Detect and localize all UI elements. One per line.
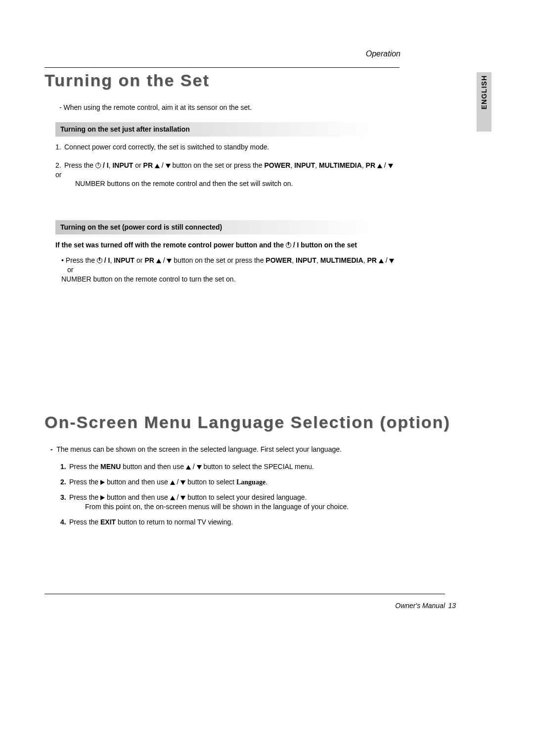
up-icon — [379, 259, 384, 263]
down-icon — [167, 259, 172, 263]
power-icon — [286, 242, 291, 248]
step-2-cont: NUMBER buttons on the remote control and… — [75, 179, 400, 189]
up-icon — [170, 496, 175, 500]
up-icon — [377, 164, 382, 168]
down-icon — [388, 164, 393, 168]
page-number: 13 — [448, 602, 456, 610]
up-icon — [170, 480, 175, 485]
intro-note: - When using the remote control, aim it … — [59, 103, 400, 112]
down-icon — [180, 480, 185, 485]
down-icon — [389, 259, 394, 263]
step-2: 2.Press the / I, INPUT or PR / button on… — [55, 161, 400, 189]
page-header: Operation — [44, 49, 400, 58]
footer-label: Owner's Manual — [395, 602, 445, 610]
subheading-after-install: Turning on the set just after installati… — [55, 122, 372, 137]
lang-step-4: 4.Press the EXIT button to return to nor… — [60, 518, 400, 527]
power-icon — [97, 258, 102, 263]
right-icon — [100, 495, 105, 500]
subheading-power-connected: Turning on the set (power cord is still … — [55, 220, 372, 235]
header-rule — [44, 67, 400, 68]
down-icon — [197, 465, 202, 470]
page-body: Operation Turning on the Set - When usin… — [44, 49, 490, 533]
lang-step-2: 2.Press the button and then use / button… — [60, 477, 400, 487]
section1-content: - When using the remote control, aim it … — [44, 103, 400, 284]
footer-rule — [44, 594, 445, 594]
down-icon — [166, 164, 171, 168]
down-icon — [180, 496, 185, 500]
right-icon — [100, 480, 105, 485]
heading-turning-on: Turning on the Set — [44, 71, 490, 90]
up-icon — [156, 259, 161, 263]
section2-content: - The menus can be shown on the screen i… — [44, 445, 400, 527]
if-condition: If the set was turned off with the remot… — [55, 240, 400, 250]
section-label: Operation — [366, 49, 400, 58]
lang-step-3-cont: From this point on, the on-screen menus … — [85, 502, 400, 512]
lang-step-1: 1.Press the MENU button and then use / b… — [60, 462, 400, 472]
step-1: 1.Connect power cord correctly, the set … — [55, 142, 400, 152]
power-icon — [95, 163, 101, 168]
up-icon — [155, 164, 160, 168]
lang-step-3: 3.Press the button and then use / button… — [60, 493, 400, 512]
bullet-cont: NUMBER button on the remote control to t… — [67, 275, 400, 284]
up-icon — [186, 465, 191, 470]
lead-text: - The menus can be shown on the screen i… — [50, 445, 400, 454]
bullet-item: • Press the / I, INPUT or PR / button on… — [61, 256, 400, 284]
heading-language-selection: On-Screen Menu Language Selection (optio… — [44, 413, 490, 432]
